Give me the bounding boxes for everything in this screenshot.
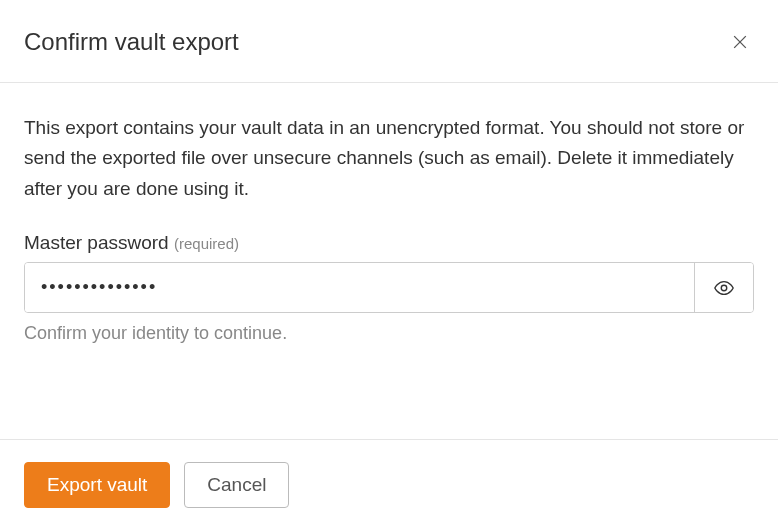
- eye-icon: [713, 277, 735, 299]
- close-icon: [730, 32, 750, 52]
- master-password-label-text: Master password: [24, 232, 169, 253]
- required-hint: (required): [174, 235, 239, 252]
- master-password-label: Master password (required): [24, 232, 754, 254]
- master-password-input-group: [24, 262, 754, 313]
- export-warning-text: This export contains your vault data in …: [24, 113, 754, 204]
- toggle-password-visibility-button[interactable]: [694, 263, 753, 312]
- dialog-title: Confirm vault export: [24, 28, 239, 56]
- cancel-button[interactable]: Cancel: [184, 462, 289, 508]
- master-password-input[interactable]: [25, 263, 694, 312]
- master-password-helper-text: Confirm your identity to continue.: [24, 323, 754, 344]
- svg-point-2: [721, 285, 727, 291]
- export-vault-button[interactable]: Export vault: [24, 462, 170, 508]
- close-button[interactable]: [726, 28, 754, 56]
- dialog-footer: Export vault Cancel: [0, 439, 778, 530]
- dialog-header: Confirm vault export: [0, 0, 778, 83]
- dialog-body: This export contains your vault data in …: [0, 83, 778, 439]
- confirm-vault-export-dialog: Confirm vault export This export contain…: [0, 0, 778, 530]
